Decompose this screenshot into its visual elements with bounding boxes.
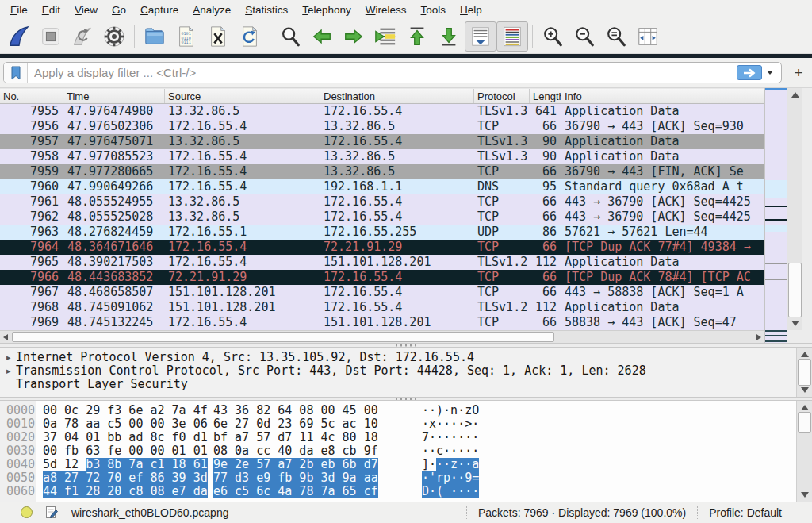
close-file-button[interactable]	[202, 21, 234, 52]
hex-row[interactable]: 0030 00 fb 63 fe 00 00 01 01 08 0a cc 40…	[0, 444, 796, 458]
details-vscrollbar-thumb[interactable]	[798, 359, 811, 386]
menu-item[interactable]: Statistics	[238, 2, 295, 18]
horizontal-scrollbar[interactable]	[0, 330, 764, 343]
save-file-button[interactable]	[170, 21, 202, 52]
expander-icon[interactable]	[0, 378, 16, 391]
scroll-down-arrow-icon[interactable]	[791, 321, 799, 326]
expander-icon[interactable]: ▸	[0, 364, 16, 378]
go-first-button[interactable]	[401, 21, 433, 52]
packet-row[interactable]: 7957 47.976475071 13.32.86.5 172.16.55.4…	[0, 134, 764, 149]
scroll-up-arrow-icon[interactable]	[791, 92, 799, 98]
reload-file-button[interactable]	[234, 21, 266, 52]
detail-line[interactable]: ▸ Transmission Control Protocol, Src Por…	[0, 364, 796, 378]
restart-capture-button[interactable]	[67, 21, 98, 52]
apply-filter-button[interactable]	[737, 65, 762, 80]
capture-options-button[interactable]	[98, 21, 130, 52]
hex-row[interactable]: 0060 44 f1 28 20 c8 08 e7 da e6 c5 6c 4a…	[0, 485, 796, 498]
packet-row[interactable]: 7968 48.745091062 151.101.128.201 172.16…	[0, 300, 764, 315]
zoom-out-button[interactable]	[569, 21, 600, 52]
menu-item[interactable]: Help	[453, 2, 489, 18]
filter-bookmark-button[interactable]	[4, 63, 28, 83]
display-filter-input[interactable]	[28, 66, 737, 79]
scroll-up-arrow-icon[interactable]	[801, 405, 809, 410]
packet-counts: Packets: 7969 · Displayed: 7969 (100.0%)	[467, 506, 697, 519]
menu-item[interactable]: File	[3, 2, 35, 18]
stop-capture-button[interactable]	[35, 21, 67, 52]
packet-row[interactable]: 7965 48.390217503 172.16.55.4 151.101.12…	[0, 255, 764, 270]
hex-offset: 0020	[0, 431, 36, 444]
open-file-button[interactable]	[139, 21, 170, 52]
horizontal-scrollbar-thumb[interactable]	[12, 332, 554, 342]
detail-line[interactable]: ▸ Internet Protocol Version 4, Src: 13.3…	[0, 351, 796, 364]
expander-icon[interactable]: ▸	[0, 351, 16, 364]
auto-scroll-button[interactable]	[465, 21, 496, 52]
packet-row[interactable]: 7966 48.443683852 72.21.91.29 172.16.55.…	[0, 270, 764, 285]
menu-item[interactable]: View	[67, 2, 105, 18]
packet-list-vscrollbar-thumb[interactable]	[788, 263, 802, 317]
add-filter-button[interactable]: +	[788, 63, 809, 83]
column-header[interactable]: Destination	[320, 89, 474, 103]
detail-line[interactable]: Transport Layer Security	[0, 378, 796, 391]
find-packet-button[interactable]	[274, 21, 306, 52]
hex-row[interactable]: 0040 5d 12 b3 8b 7a c1 18 61 9e 2e 57 a7…	[0, 458, 796, 471]
menu-item[interactable]: Edit	[35, 2, 67, 18]
scroll-down-arrow-icon[interactable]	[801, 387, 809, 393]
column-header[interactable]: Time	[63, 89, 165, 103]
colorize-button[interactable]	[496, 21, 528, 52]
packet-row[interactable]: 7959 47.977280665 172.16.55.4 13.32.86.5…	[0, 164, 764, 179]
expert-info-icon[interactable]	[21, 506, 33, 518]
packet-row[interactable]: 7962 48.055525028 13.32.86.5 172.16.55.4…	[0, 210, 764, 225]
packet-row[interactable]: 7964 48.364671646 172.16.55.4 72.21.91.2…	[0, 240, 764, 255]
cell-protocol: TCP	[474, 210, 530, 225]
hex-row[interactable]: 0010 0a 78 aa c5 00 00 3e 06 6e 27 0d 23…	[0, 417, 796, 431]
zoom-reset-button[interactable]	[600, 21, 632, 52]
go-last-button[interactable]	[433, 21, 465, 52]
hex-row[interactable]: 0020 37 04 01 bb ad 8c f0 d1 bf a7 57 d7…	[0, 431, 796, 444]
hex-row[interactable]: 0000 00 0c 29 f3 6e a2 7a 4f 43 36 82 64…	[0, 404, 796, 417]
cell-source: 172.16.55.4	[165, 119, 320, 134]
menu-item[interactable]: Wireless	[358, 2, 414, 18]
packet-list-vscrollbar[interactable]	[787, 88, 802, 330]
profile-label[interactable]: Profile: Default	[698, 506, 793, 519]
column-header[interactable]: Length	[530, 89, 561, 103]
scroll-left-arrow-icon[interactable]	[3, 334, 8, 340]
cell-no: 7957	[0, 134, 63, 149]
cell-no: 7966	[0, 270, 63, 285]
column-header[interactable]: Source	[165, 89, 320, 103]
go-to-packet-button[interactable]	[370, 21, 401, 52]
details-vscrollbar[interactable]	[796, 348, 812, 397]
column-header[interactable]: Protocol	[474, 89, 530, 103]
hex-vscrollbar[interactable]	[796, 401, 812, 502]
go-forward-button[interactable]	[338, 21, 370, 52]
column-header[interactable]: Info	[561, 89, 764, 103]
packet-row[interactable]: 7956 47.976502306 172.16.55.4 13.32.86.5…	[0, 119, 764, 134]
scroll-right-arrow-icon[interactable]	[756, 334, 761, 340]
menu-item[interactable]: Tools	[414, 2, 454, 18]
zoom-in-button[interactable]	[537, 21, 569, 52]
cell-destination: 192.168.1.1	[320, 179, 474, 194]
menu-item[interactable]: Telephony	[295, 2, 358, 18]
hex-row[interactable]: 0050 a8 27 72 70 ef 86 39 3d 77 d3 e9 fb…	[0, 471, 796, 485]
packet-row[interactable]: 7955 47.976474980 13.32.86.5 172.16.55.4…	[0, 104, 764, 119]
hex-vscrollbar-thumb[interactable]	[798, 412, 811, 433]
packet-row[interactable]: 7958 47.977085523 172.16.55.4 13.32.86.5…	[0, 149, 764, 164]
menu-item[interactable]: Go	[105, 2, 133, 18]
intelligent-scrollbar-minimap[interactable]	[764, 88, 787, 343]
packet-row[interactable]: 7963 48.276824459 172.16.55.1 172.16.55.…	[0, 225, 764, 240]
scroll-up-arrow-icon[interactable]	[801, 352, 809, 357]
packet-row[interactable]: 7967 48.468658507 151.101.128.201 172.16…	[0, 285, 764, 300]
go-back-button[interactable]	[306, 21, 338, 52]
start-capture-button[interactable]	[3, 21, 35, 52]
packet-row[interactable]: 7960 47.990649266 172.16.55.4 192.168.1.…	[0, 179, 764, 194]
packet-row[interactable]: 7969 48.745132245 172.16.55.4 151.101.12…	[0, 315, 764, 330]
capture-comment-icon[interactable]	[45, 506, 59, 519]
restart-capture-icon	[71, 25, 94, 48]
resize-columns-button[interactable]	[632, 21, 664, 52]
column-header[interactable]: No.	[0, 89, 63, 103]
menu-item[interactable]: Analyze	[186, 2, 238, 18]
scroll-down-arrow-icon[interactable]	[801, 492, 809, 498]
cell-protocol: UDP	[474, 225, 530, 240]
filter-history-caret[interactable]	[767, 71, 773, 75]
packet-row[interactable]: 7961 48.055524955 13.32.86.5 172.16.55.4…	[0, 194, 764, 210]
menu-item[interactable]: Capture	[133, 2, 186, 18]
